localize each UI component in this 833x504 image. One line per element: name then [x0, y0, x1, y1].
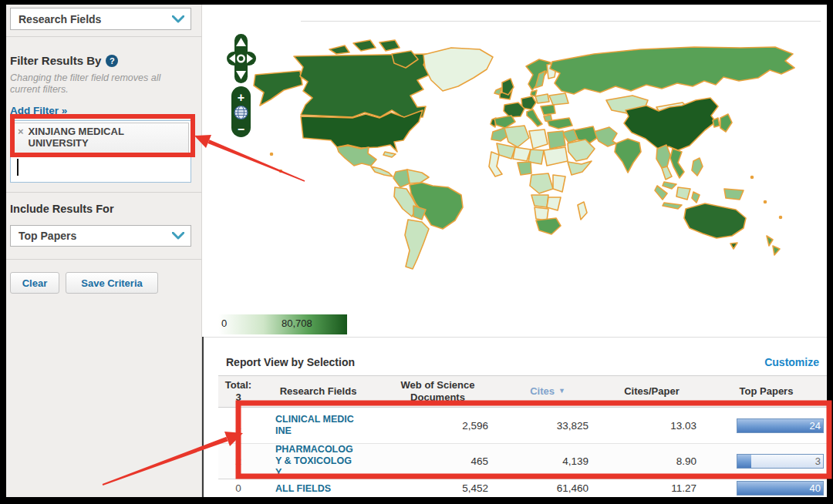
- sidebar-divider: [6, 259, 202, 260]
- country-greenland: [423, 48, 493, 91]
- research-fields-dropdown-value: Research Fields: [19, 13, 101, 25]
- country-russia: [550, 47, 794, 94]
- top-papers-value: 24: [810, 420, 821, 432]
- clear-button[interactable]: Clear: [10, 272, 59, 294]
- report-title: Report View by Selection: [218, 356, 355, 368]
- column-header-wos-documents[interactable]: Web of Science Documents: [378, 376, 497, 407]
- column-header-cites-per-paper[interactable]: Cites/Paper: [598, 376, 706, 407]
- country-madagascar: [578, 202, 587, 220]
- country-italy: [527, 109, 542, 126]
- zoom-in-icon: +: [238, 91, 245, 104]
- legend-min: 0: [221, 318, 227, 329]
- country-vietnam: [670, 149, 684, 178]
- research-field-link[interactable]: PHARMACOLOGY & TOXICOLOGY: [275, 444, 354, 479]
- globe-icon: [234, 106, 248, 119]
- country-argentina: [405, 220, 429, 269]
- panel-left-edge: [202, 337, 204, 497]
- research-fields-dropdown[interactable]: Research Fields: [10, 8, 191, 30]
- rank-value: 0: [218, 482, 258, 494]
- chevron-down-icon: [172, 232, 184, 240]
- top-papers-bar: 40: [737, 481, 824, 496]
- sidebar: Research Fields Filter Results By ? Chan…: [6, 5, 202, 497]
- documents-value: 2,596: [378, 420, 497, 432]
- country-india: [615, 139, 641, 173]
- country-spain: [494, 116, 515, 128]
- table-row: 0 ALL FIELDS 5,452 61,460 11.27 40: [218, 479, 827, 497]
- world-map[interactable]: + −: [220, 31, 827, 308]
- map-countries[interactable]: [254, 40, 794, 269]
- country-alaska: [254, 71, 302, 106]
- documents-value: 5,452: [378, 482, 497, 494]
- app-window: Research Fields Filter Results By ? Chan…: [6, 5, 827, 497]
- map-zoom-control[interactable]: + −: [231, 86, 251, 137]
- documents-value: 465: [378, 455, 497, 467]
- sidebar-divider: [6, 192, 202, 193]
- filter-results-by-title: Filter Results By ?: [10, 54, 118, 67]
- cites-per-paper-value: 8.90: [598, 455, 706, 467]
- country-new-zealand: [767, 236, 773, 246]
- top-papers-value: 3: [815, 455, 821, 467]
- filter-input[interactable]: [11, 155, 191, 180]
- country-mexico: [337, 146, 376, 166]
- panel-top-divider: [301, 21, 821, 22]
- table-row: 1 CLINICAL MEDICINE 2,596 33,825 13.03 2…: [218, 408, 827, 443]
- cites-per-paper-value: 13.03: [598, 420, 706, 432]
- legend-max: 80,708: [282, 318, 312, 329]
- page: Research Fields Filter Results By ? Chan…: [0, 0, 833, 504]
- filter-results-by-label: Filter Results By: [10, 54, 101, 67]
- rank-value: 1: [218, 420, 258, 432]
- country-south-africa: [536, 218, 561, 234]
- rank-value: 2: [218, 455, 258, 467]
- column-header-research-fields[interactable]: Research Fields: [258, 376, 378, 407]
- add-filter-link[interactable]: Add Filter »: [10, 105, 67, 116]
- top-papers-value: 40: [810, 482, 821, 494]
- active-filter-label: XINJIANG MEDICAL UNIVERSITY: [29, 126, 167, 150]
- active-filter-tag: × XINJIANG MEDICAL UNIVERSITY: [12, 123, 189, 153]
- zoom-out-icon: −: [238, 123, 245, 136]
- country-japan: [720, 114, 732, 132]
- top-papers-bar: 24: [737, 418, 824, 433]
- remove-filter-icon[interactable]: ×: [18, 126, 24, 150]
- country-egypt: [548, 131, 565, 149]
- cites-value: 61,460: [497, 482, 598, 494]
- chevron-down-icon: [172, 15, 184, 23]
- table-row: 2 PHARMACOLOGY & TOXICOLOGY 465 4,139 8.…: [218, 443, 827, 479]
- cites-value: 33,825: [497, 420, 598, 432]
- research-field-link[interactable]: CLINICAL MEDICINE: [275, 414, 354, 437]
- country-nigeria: [518, 162, 531, 175]
- column-header-cites[interactable]: Cites ▼: [497, 376, 598, 407]
- column-header-top-papers[interactable]: Top Papers: [706, 376, 827, 407]
- sort-desc-icon: ▼: [558, 387, 565, 395]
- column-header-total: Total:3: [218, 376, 258, 407]
- customize-link[interactable]: Customize: [764, 356, 827, 368]
- research-field-link[interactable]: ALL FIELDS: [275, 483, 354, 495]
- map-legend: 0 80,708: [218, 314, 347, 334]
- include-results-for-title: Include Results For: [10, 203, 114, 215]
- top-papers-bar: 3: [737, 454, 824, 469]
- country-australia: [684, 203, 746, 238]
- map-pan-control[interactable]: [227, 34, 256, 83]
- cites-per-paper-value: 11.27: [598, 482, 706, 494]
- filter-box[interactable]: × XINJIANG MEDICAL UNIVERSITY: [10, 120, 191, 183]
- top-papers-dropdown[interactable]: Top Papers: [10, 225, 191, 247]
- country-usa: [301, 110, 423, 152]
- top-papers-dropdown-value: Top Papers: [19, 230, 76, 242]
- help-icon[interactable]: ?: [106, 55, 118, 67]
- save-criteria-button[interactable]: Save Criteria: [66, 272, 158, 294]
- filter-note: Changing the filter field removes all cu…: [10, 72, 187, 96]
- country-france: [504, 102, 524, 117]
- sidebar-divider: [6, 36, 202, 37]
- table-header: Total:3 Research Fields Web of Science D…: [218, 375, 827, 408]
- text-caret: [17, 159, 19, 176]
- cites-value: 4,139: [497, 455, 598, 467]
- country-philippines: [692, 158, 703, 176]
- legend-divider: [202, 337, 827, 338]
